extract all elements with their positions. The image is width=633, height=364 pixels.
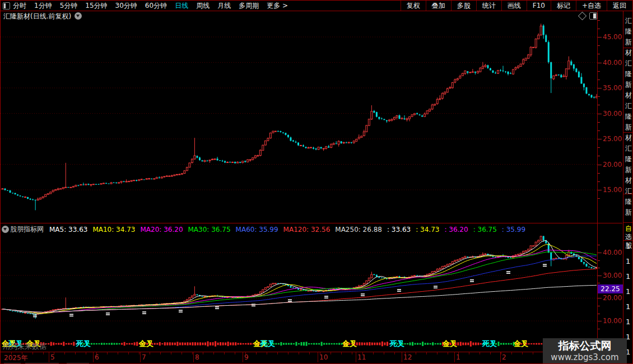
chevron-down-icon[interactable] [75,12,82,20]
cross-label: 死叉 [260,339,275,349]
month-boundary [454,352,455,362]
date-minor-tick [118,352,118,354]
axis-tick-label: 35.00 [603,84,622,92]
period-item[interactable]: 日线 [175,1,188,11]
action-item[interactable]: 标记 [551,1,576,11]
action-item[interactable]: +自选 [576,1,607,11]
month-boundary [318,352,318,362]
list-row-number[interactable]: 1 [626,273,630,281]
period-item[interactable]: 更多 > [267,1,288,11]
ma-value: MA250: 26.88 [335,226,382,234]
axis-minor-tick [598,198,600,199]
axis-minor-tick [598,260,600,261]
strip-divider [623,222,633,223]
period-item[interactable]: 多周期 [239,1,259,11]
axis-minor-tick [598,71,600,72]
axis-minor-tick [598,147,600,148]
date-minor-tick [416,352,416,354]
axis-tick-label: 45.00 [603,33,622,41]
action-item[interactable]: 画线 [501,1,527,11]
month-boundary [140,352,141,362]
list-row-number[interactable]: 1 [626,303,630,311]
axis-tick-label: 40.00 [603,249,622,256]
main-chart-canvas[interactable] [1,21,598,223]
date-minor-tick [299,352,299,354]
price-tag: 22.25 [598,284,623,293]
indicator-canvas[interactable] [1,236,598,338]
date-label: 7 [142,353,146,361]
indicator-header: 股朋指标网 MA5: 33.63MA10: 34.73MA20: 36.20MA… [1,224,594,235]
period-item[interactable]: 5分钟 [60,1,78,11]
action-item[interactable]: 多股 [451,1,476,11]
date-label: 5 [50,353,55,361]
period-item[interactable]: 月线 [217,1,231,11]
action-item[interactable]: 统计 [476,1,501,11]
list-row-number[interactable]: 1 [626,318,630,326]
list-row-number[interactable]: 1 [626,288,630,296]
period-item[interactable]: 周线 [196,1,210,11]
tab-char: 选 [625,233,633,241]
list-row-number[interactable]: 1 [626,242,630,250]
axis-tick-label: 15.00 [603,186,622,194]
diamond-icon[interactable] [578,12,587,21]
date-minor-tick [480,352,480,354]
axis-tick-label: 20.00 [603,294,622,302]
period-item[interactable]: 1分钟 [34,1,52,11]
axis-minor-tick [598,314,600,314]
date-minor-tick [213,352,214,354]
date-label: 11 [357,353,366,361]
date-minor-tick [96,352,97,354]
action-item[interactable]: F10 [527,1,551,11]
action-item[interactable]: 返回 [607,1,632,11]
date-label: 12 [403,353,412,361]
future-data-warning: 用到未来数据 [3,342,46,352]
date-minor-tick [469,352,469,354]
axis-minor-tick [598,29,600,29]
date-minor-tick [192,352,193,354]
date-minor-tick [224,352,225,354]
date-minor-tick [267,352,267,354]
date-label: 1 [456,353,460,361]
list-row-number[interactable]: 1 [626,258,630,265]
right-list-strip[interactable]: 汇隆新材汇隆新材汇隆新材汇隆新材汇隆新自选股11111111 [623,11,633,364]
axis-minor-tick [598,181,600,182]
ma-value: : 36.20 [444,226,468,234]
window-split-icon[interactable] [589,12,597,20]
period-toolbar: 分时1分钟5分钟15分钟30分钟60分钟日线周线月线多周期更多 > 复权叠加多股… [1,1,633,11]
chevron-down-icon[interactable] [2,226,9,233]
cropped-stock-names: 汇隆新材汇隆新材汇隆新材汇隆新材汇隆新 [625,16,633,218]
axis-minor-tick [598,156,600,156]
date-minor-tick [384,352,384,354]
action-item[interactable]: 叠加 [426,1,451,11]
date-minor-tick [320,352,320,354]
ma-value: : 36.75 [473,226,497,234]
date-minor-tick [309,352,310,354]
date-minor-tick [437,352,437,354]
period-item[interactable]: 30分钟 [115,1,137,11]
layout-toggle-icon[interactable] [3,2,10,10]
axis-tick [598,253,602,253]
axis-tick-label: 40.00 [603,59,622,67]
cross-label: 死叉 [482,339,497,349]
axis-tick-label: 25.00 [603,135,622,143]
date-label: 2025年 [4,353,28,363]
date-label: 10 [319,353,328,361]
date-minor-tick [511,352,512,354]
ma-value: MA120: 32.56 [283,226,331,234]
period-item[interactable]: 15分钟 [85,1,107,11]
stock-title: 汇隆新材(日线.前复权) [3,12,71,21]
action-item[interactable]: 复权 [401,1,426,11]
date-minor-tick [54,352,54,354]
cross-label: 死叉 [76,339,91,349]
stock-app-window: 分时1分钟5分钟15分钟30分钟60分钟日线周线月线多周期更多 > 复权叠加多股… [0,0,633,364]
date-minor-tick [64,352,65,354]
plot-boundary [597,11,598,362]
cross-label: 金叉 [342,339,357,349]
period-item[interactable]: 60分钟 [145,1,167,11]
period-item[interactable]: 分时 [13,1,26,11]
date-minor-tick [181,352,182,354]
cross-label: 金叉 [139,339,153,349]
axis-tick [598,114,602,114]
watermark-url: www.zbgs3.com [543,352,627,362]
date-label: 2 [502,353,506,361]
